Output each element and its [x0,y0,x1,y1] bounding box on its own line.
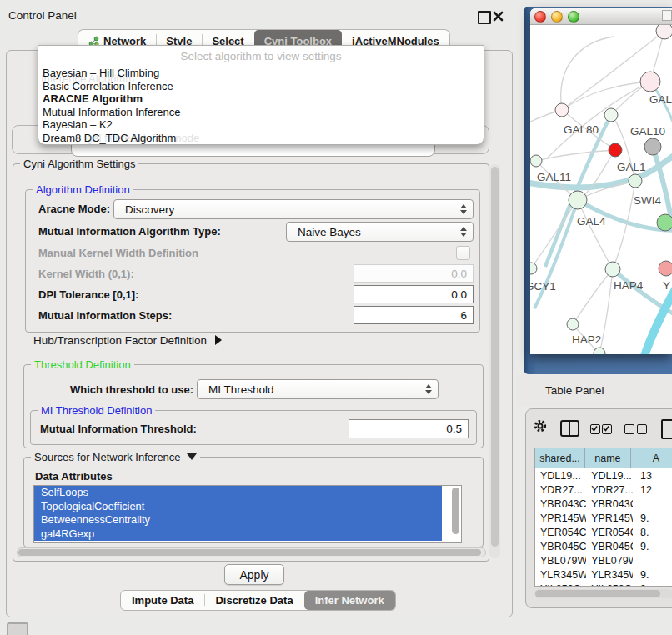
settings-hscrollbar[interactable] [17,548,486,558]
table-cell: 9. [633,512,672,524]
scrollbar-thumb[interactable] [491,167,499,547]
table-panel-title: Table Panel [545,384,604,397]
scrollbar-thumb[interactable] [18,549,481,556]
traffic-light-close-icon[interactable] [534,11,546,22]
aracne-mode-label: Aracne Mode: [38,202,110,215]
network-window[interactable]: GAL2GAL80GAL10GAL1GAL11SWI4GAL4GCY1HAP4Y… [530,8,672,354]
group-title-sources[interactable]: Sources for Network Inference [31,451,200,463]
network-node[interactable] [530,155,542,167]
header-cell-shared-name[interactable]: shared... [535,448,585,468]
settings-vscrollbar[interactable] [489,164,500,558]
algorithm-option[interactable]: ARACNE Algorithm [38,92,484,106]
scrollbar-thumb[interactable] [535,590,660,598]
network-node-label: GAL2 [649,93,672,106]
algorithm-option-list: Bayesian – Hill ClimbingBasic Correlatio… [38,67,484,144]
attributes-list[interactable]: SelfLoopsTopologicalCoefficientBetweenne… [33,485,462,543]
cyni-mode-tabbar: Impute Data Discretize Data Infer Networ… [120,590,396,611]
data-attributes-label: Data Attributes [35,470,113,482]
checked-boxes-icon[interactable] [590,422,614,438]
table-row[interactable]: YER054CYER054C8. [535,525,672,539]
dpi-tolerance-field[interactable]: 0.0 [354,285,474,303]
mi-type-value: Naive Bayes [298,226,361,238]
network-node-label: HAP4 [614,279,644,292]
table-cell: YER054C [586,527,633,538]
network-node[interactable] [605,262,620,277]
hub-definition-label: Hub/Transcription Factor Definition [33,334,207,347]
traffic-light-zoom-icon[interactable] [568,11,579,22]
algorithm-option[interactable]: Dream8 DC_TDC Algorithm [38,132,484,145]
algorithm-dropdown: Select algorithm to view settings Bayesi… [38,45,484,145]
dpi-tolerance-label: DPI Tolerance [0,1]: [38,288,138,301]
mi-steps-field[interactable]: 6 [354,306,474,324]
algorithm-option[interactable]: Basic Correlation Inference [38,80,484,93]
table-row[interactable]: YDL19...YDL19...13 [535,468,672,482]
attribute-item[interactable]: gal4RGexp [34,528,442,542]
expand-arrow-icon [215,335,222,345]
network-node[interactable] [657,214,672,231]
traffic-light-minimize-icon[interactable] [551,11,563,22]
network-node[interactable] [555,103,569,117]
unchecked-boxes-icon[interactable] [624,422,647,438]
table-row[interactable]: YBL079WYBL079W [535,553,672,568]
network-canvas[interactable]: GAL2GAL80GAL10GAL1GAL11SWI4GAL4GCY1HAP4Y… [530,25,672,354]
network-node-label: GAL10 [630,125,665,138]
tab-impute-data[interactable]: Impute Data [121,591,204,610]
table-cell: 9. [633,541,672,552]
table-cell: YDL19... [586,470,633,482]
close-icon[interactable] [493,10,504,25]
manual-kernel-label: Manual Kernel Width Definition [38,247,198,259]
attribute-item[interactable]: BetweennessCentrality [34,513,442,528]
network-node[interactable] [609,143,622,157]
table-row[interactable]: YIL052CYIL052C9. [535,582,672,587]
network-node-label: SWI4 [634,194,661,207]
network-node-label: GAL80 [564,123,599,136]
network-node[interactable] [640,72,660,92]
group-title-mi-threshold-definition: MI Threshold Definition [38,404,155,417]
apply-button[interactable]: Apply [224,564,284,585]
network-node[interactable] [629,174,642,188]
canvas-scroll-corner[interactable] [662,10,672,21]
network-node[interactable] [659,261,672,276]
hub-definition-toggle[interactable]: Hub/Transcription Factor Definition [33,334,222,347]
float-window-icon[interactable] [478,11,491,24]
page-icon[interactable] [661,419,672,439]
algorithm-option[interactable]: Bayesian – K2 [38,118,484,132]
network-node[interactable] [656,25,672,39]
attribute-item[interactable]: SelfLoops [34,486,442,500]
table-cell: 8. [633,527,672,538]
header-cell-name[interactable]: name [585,448,631,468]
attributes-scrollbar[interactable] [452,488,459,534]
panel-collapse-stub[interactable] [7,622,28,635]
which-threshold-label: Which threshold to use: [70,383,193,396]
tab-infer-network[interactable]: Infer Network [304,591,395,610]
gear-icon[interactable] [533,418,548,437]
table-row[interactable]: YBR045CYBR045C9. [535,539,672,553]
tab-discretize-data[interactable]: Discretize Data [204,591,303,610]
mi-threshold-field[interactable]: 0.5 [349,419,469,438]
algorithm-option[interactable]: Bayesian – Hill Climbing [38,67,484,80]
node-table: shared... name A YDL19...YDL19...13YDR27… [534,448,672,587]
header-cell-clipped[interactable]: A [631,448,672,468]
control-panel-title: Control Panel [8,9,77,22]
network-node[interactable] [567,318,579,330]
table-hscrollbar[interactable] [534,589,672,598]
network-node[interactable] [644,138,661,155]
algorithm-option[interactable]: Mutual Information Inference [38,106,484,119]
attribute-item[interactable]: TopologicalCoefficient [34,500,442,514]
which-threshold-select[interactable]: MI Threshold [197,379,439,399]
table-row[interactable]: YLR345WYLR345W9. [535,568,672,582]
columns-icon[interactable] [560,420,579,437]
network-node[interactable] [569,191,587,209]
table-row[interactable]: YBR043CYBR043C [535,497,672,511]
network-node-label: GAL4 [577,215,606,228]
network-node[interactable] [604,108,618,122]
table-row[interactable]: YDR27...YDR27...12 [535,482,672,497]
manual-kernel-checkbox [456,246,470,260]
network-node[interactable] [530,262,537,274]
table-body: YDL19...YDL19...13YDR27...YDR27...12YBR0… [535,468,672,587]
table-cell: YBL079W [586,555,633,567]
mi-type-select[interactable]: Naive Bayes [286,222,474,242]
aracne-mode-select[interactable]: Discovery [113,199,474,219]
table-row[interactable]: YPR145WYPR145W9. [535,511,672,525]
network-window-titlebar[interactable] [530,8,672,25]
